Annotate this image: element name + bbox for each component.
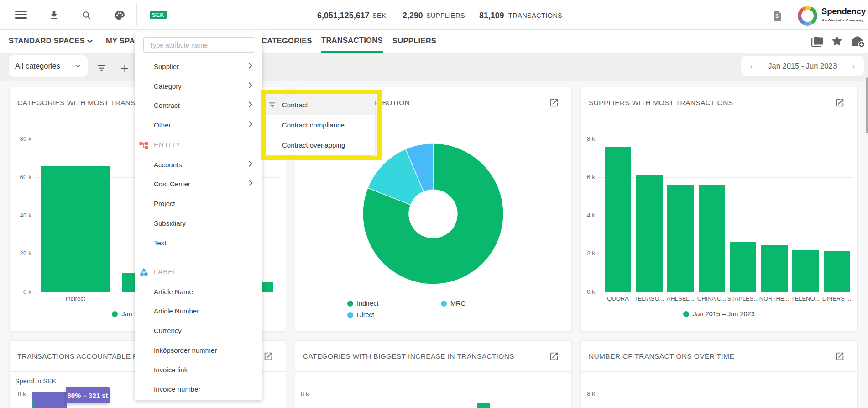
category-filter-dropdown[interactable]: All categories: [9, 55, 88, 77]
menu-item-other[interactable]: Other: [135, 116, 262, 135]
card-title: CATEGORIES WITH BIGGEST INCREASE IN TRAN…: [303, 341, 514, 372]
bar-chart: 0 k2 k4 k6 k8 kQUORATELIASO...AHLSEL...C…: [581, 118, 857, 331]
palette-icon[interactable]: [114, 9, 125, 21]
legend-dot: [441, 301, 447, 307]
chevron-right-icon: [246, 82, 252, 88]
invoice-document-icon[interactable]: $: [773, 10, 782, 21]
attribute-search-input[interactable]: [143, 37, 255, 53]
y-tick-label: 0 k: [10, 288, 31, 295]
legend-item[interactable]: MRO: [441, 300, 466, 307]
menu-item-accounts[interactable]: Accounts: [135, 155, 262, 175]
tab-transactions[interactable]: TRANSACTIONS: [321, 30, 383, 53]
chevron-right-icon: [246, 63, 252, 69]
menu-item-test[interactable]: Test: [135, 233, 262, 253]
chevron-down-icon: [75, 64, 81, 68]
chevron-down-icon: [87, 39, 93, 43]
open-in-new-icon[interactable]: [549, 351, 559, 361]
tab-standard-spaces[interactable]: STANDARD SPACES: [9, 30, 85, 53]
x-category-label: Indirect: [35, 295, 116, 302]
star-icon[interactable]: [831, 35, 843, 49]
download-icon[interactable]: [48, 10, 60, 21]
y-tick-label: 8 k: [581, 390, 595, 397]
bar[interactable]: [730, 242, 756, 292]
chevron-right-icon: [246, 180, 252, 186]
space-nav-bar: STANDARD SPACES MY SPACES CATEGORIES TRA…: [0, 30, 868, 53]
menu-icon[interactable]: [15, 11, 27, 19]
folders-icon[interactable]: [811, 36, 823, 49]
y-tick-label: 60 k: [10, 174, 31, 180]
transactions-count-label: TRANSACTIONS: [508, 12, 562, 19]
transactions-count-value: 81,109: [479, 11, 504, 21]
bar[interactable]: [605, 147, 631, 292]
bar[interactable]: [699, 185, 725, 292]
open-in-new-icon[interactable]: [549, 98, 559, 108]
x-category-label: TELENO...: [790, 295, 821, 302]
menu-item-ink-psorder-nummer[interactable]: Inköpsorder nummer: [135, 341, 262, 360]
menu-item-currency[interactable]: Currency: [135, 321, 262, 340]
y-tick-label: 8 k: [10, 391, 26, 397]
bar[interactable]: [792, 250, 819, 292]
filter-icon[interactable]: [96, 64, 106, 73]
x-category-label: NORTHE...: [758, 295, 790, 302]
menu-item-cost-center[interactable]: Cost Center: [135, 175, 262, 194]
bar-chart: 8 k: [295, 372, 571, 408]
legend-item[interactable]: Indirect: [347, 300, 379, 307]
currency-badge[interactable]: SEK: [150, 11, 167, 19]
tab-suppliers[interactable]: SUPPLIERS: [392, 30, 436, 53]
menu-item-subsidiary[interactable]: Subsidiary: [135, 214, 262, 233]
chart-legend[interactable]: Jan 2015 – Jun 2023: [581, 310, 857, 318]
y-tick-label: 40 k: [10, 212, 31, 219]
card-header: CATEGORIES WITH BIGGEST INCREASE IN TRAN…: [295, 341, 571, 372]
y-tick-label: 0 k: [581, 288, 595, 295]
x-category-label: AHLSEL...: [665, 295, 696, 302]
legend-dot: [683, 311, 689, 317]
scrollbar-thumb[interactable]: [866, 77, 868, 133]
open-in-new-icon[interactable]: [835, 351, 845, 361]
divider: [136, 4, 137, 26]
gridline: [598, 139, 854, 139]
search-icon[interactable]: [81, 10, 92, 21]
y-tick-label: 6 k: [581, 174, 595, 180]
bar[interactable]: [824, 251, 850, 292]
home-add-icon[interactable]: [852, 35, 865, 49]
x-category-label: DINERS ...: [821, 295, 852, 302]
bar[interactable]: [667, 185, 694, 292]
x-category-label: CHINA C...: [696, 295, 727, 302]
divider: [37, 4, 37, 26]
bar[interactable]: [41, 166, 110, 292]
menu-item-supplier[interactable]: Supplier: [135, 57, 262, 76]
menu-item-contract[interactable]: Contract: [135, 96, 262, 115]
x-category-label: TELIASO...: [633, 295, 665, 302]
bar[interactable]: [32, 401, 33, 408]
menu-item-article-name[interactable]: Article Name: [135, 282, 262, 302]
menu-item-invoice-number[interactable]: Invoice number: [135, 380, 262, 399]
card-categories-biggest-increase: CATEGORIES WITH BIGGEST INCREASE IN TRAN…: [295, 340, 572, 408]
card-header: NUMBER OF TRANSACTIONS OVER TIME: [581, 341, 857, 372]
menu-item-invoice-link[interactable]: Invoice link: [135, 360, 262, 380]
menu-item-article-number[interactable]: Article Number: [135, 302, 262, 321]
bar[interactable]: [636, 175, 663, 292]
menu-section-label: LABEL: [135, 267, 262, 278]
svg-text:$: $: [775, 13, 778, 19]
menu-item-project[interactable]: Project: [135, 194, 262, 213]
bar[interactable]: [477, 403, 490, 408]
add-filter-icon[interactable]: [120, 64, 129, 73]
open-in-new-icon[interactable]: [263, 351, 273, 361]
date-range-picker[interactable]: ‹ Jan 2015 - Jun 2023 ›: [741, 56, 864, 76]
chevron-right-icon[interactable]: ›: [852, 56, 855, 76]
spendency-logo-text: Spendency: [821, 6, 866, 16]
label-shapes-icon: [139, 267, 148, 276]
card-header: SUPPLIERS WITH MOST TRANSACTIONS: [581, 87, 857, 118]
spendency-logo-subtitle: An Onventis Company: [822, 18, 863, 22]
tab-categories[interactable]: CATEGORIES: [261, 30, 312, 53]
spendency-logo-icon: [798, 6, 817, 26]
filter-toolbar: All categories ‹ Jan 2015 - Jun 2023 ›: [0, 53, 868, 81]
bar[interactable]: [761, 245, 788, 292]
legend-item[interactable]: Direct: [347, 311, 374, 318]
bar[interactable]: [32, 392, 67, 408]
x-category-label: QUORA: [602, 295, 634, 302]
gridline: [316, 393, 568, 393]
menu-item-category[interactable]: Category: [135, 77, 262, 96]
open-in-new-icon[interactable]: [835, 98, 845, 108]
menu-divider: [135, 257, 262, 257]
